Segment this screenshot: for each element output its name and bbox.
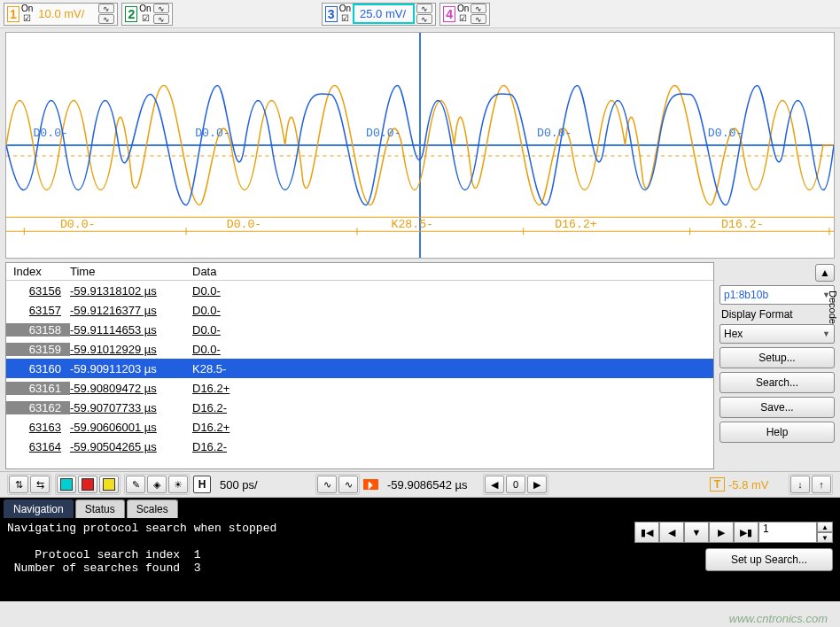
channel-1-box[interactable]: 1 On☑ 10.0 mV/ ∿∿ xyxy=(4,3,118,26)
step-right-icon[interactable]: ▶ xyxy=(527,476,547,493)
nav-down-icon[interactable]: ▼ xyxy=(684,522,709,543)
updown-icon[interactable]: ⇅ xyxy=(9,476,28,493)
help-button[interactable]: Help xyxy=(719,422,835,443)
table-header: Index Time Data xyxy=(6,263,713,281)
table-row[interactable]: 63161-59.90809472 µsD16.2+ xyxy=(6,378,713,398)
dc-icon[interactable]: ∿ xyxy=(416,14,432,24)
setup-button[interactable]: Setup... xyxy=(719,347,835,368)
color-cyan[interactable] xyxy=(57,476,76,493)
color-red[interactable] xyxy=(78,476,97,493)
ac-icon[interactable]: ∿ xyxy=(416,4,432,13)
trig-down-icon[interactable]: ↓ xyxy=(790,476,810,493)
svg-text:D0.0-: D0.0- xyxy=(60,218,96,231)
waveform-display[interactable]: D0.0- D0.0- D0.0- D0.0- D0.0- D0.0- D0.0… xyxy=(5,32,835,259)
console-area: Navigating protocol search when stopped … xyxy=(0,518,840,601)
decode-table: Index Time Data 63156-59.91318102 µsD0.0… xyxy=(5,262,714,469)
trig-up-icon[interactable]: ↑ xyxy=(812,476,831,493)
h-label-box[interactable]: H xyxy=(193,476,211,493)
zero-button[interactable]: 0 xyxy=(506,476,525,493)
color-yellow[interactable] xyxy=(99,476,119,493)
nav-controls: ▮◀ ◀ ▼ ▶ ▶▮ 1 ▲ ▼ xyxy=(634,522,833,543)
channel-1-scale[interactable]: 10.0 mV/ xyxy=(35,7,97,20)
display-format-dropdown[interactable]: Hex▼ xyxy=(719,324,835,344)
header-time[interactable]: Time xyxy=(70,265,192,278)
spin-up-icon[interactable]: ▲ xyxy=(817,522,833,532)
trigger-level[interactable]: -5.8 mV xyxy=(728,478,785,492)
time-marker-icon: ⏵ xyxy=(363,479,378,490)
header-index[interactable]: Index xyxy=(6,265,70,278)
tool-icon-1[interactable]: ✎ xyxy=(126,476,145,493)
tool-icon-2[interactable]: ◈ xyxy=(147,476,167,493)
nav-next-icon[interactable]: ▶ xyxy=(709,522,734,543)
channel-2-on[interactable]: On☑ xyxy=(139,4,151,23)
header-data[interactable]: Data xyxy=(192,265,713,278)
channel-3-scale[interactable]: 25.0 mV/ xyxy=(353,4,415,24)
bottom-tabs: Navigation Status Scales xyxy=(0,498,840,518)
channel-4-box[interactable]: 4 On☑ ∿∿ xyxy=(439,3,490,26)
ac-icon[interactable]: ∿ xyxy=(153,4,169,13)
channel-2-box[interactable]: 2 On☑ ∿∿ xyxy=(121,3,172,26)
channel-4-number: 4 xyxy=(443,6,455,22)
bottom-toolbar: ⇅ ⇆ ✎ ◈ ☀ H 500 ps/ ∿ ∿ ⏵ -59.9086542 µs… xyxy=(0,471,840,498)
table-body[interactable]: 63156-59.91318102 µsD0.0-63157-59.912163… xyxy=(6,281,713,468)
svg-text:D0.0-: D0.0- xyxy=(195,127,230,140)
table-row[interactable]: 63163-59.90606001 µsD16.2+ xyxy=(6,417,713,437)
svg-text:K28.5-: K28.5- xyxy=(392,218,433,231)
channel-1-number: 1 xyxy=(7,6,19,22)
search-button[interactable]: Search... xyxy=(719,372,835,393)
time-position[interactable]: -59.9086542 µs xyxy=(382,478,479,492)
side-controls: ▲ p1:8b10b▼ Display Format Hex▼ Setup...… xyxy=(719,262,835,469)
table-row[interactable]: 63162-59.90707733 µsD16.2- xyxy=(6,398,713,417)
svg-text:D16.2+: D16.2+ xyxy=(555,218,597,231)
save-button[interactable]: Save... xyxy=(719,397,835,418)
channel-3-on[interactable]: On☑ xyxy=(339,4,351,23)
setup-search-button[interactable]: Set up Search... xyxy=(705,548,833,571)
svg-text:D0.0-: D0.0- xyxy=(227,218,262,231)
leftright-icon[interactable]: ⇆ xyxy=(30,476,50,493)
display-format-label: Display Format xyxy=(719,308,835,321)
table-row[interactable]: 63157-59.91216377 µsD0.0- xyxy=(6,300,713,320)
console-text: Navigating protocol search when stopped … xyxy=(7,522,634,598)
dc-icon[interactable]: ∿ xyxy=(153,14,169,24)
nav-index-input[interactable]: 1 xyxy=(758,522,817,543)
spin-down-icon[interactable]: ▼ xyxy=(817,532,833,543)
decode-vertical-label: Decode xyxy=(828,290,838,324)
dc-icon[interactable]: ∿ xyxy=(98,14,114,24)
scroll-up-button[interactable]: ▲ xyxy=(815,264,835,282)
channel-4-on[interactable]: On☑ xyxy=(457,4,469,23)
table-row[interactable]: 63159-59.91012929 µsD0.0- xyxy=(6,339,713,359)
ac-icon[interactable]: ∿ xyxy=(471,4,486,13)
svg-text:D0.0-: D0.0- xyxy=(537,127,572,140)
channel-1-on[interactable]: On☑ xyxy=(21,4,33,23)
trigger-t-label[interactable]: T xyxy=(710,477,725,492)
ac-icon[interactable]: ∿ xyxy=(98,4,114,13)
table-row[interactable]: 63160-59.90911203 µsK28.5- xyxy=(6,359,713,378)
brightness-icon[interactable]: ☀ xyxy=(168,476,188,493)
dc-icon[interactable]: ∿ xyxy=(471,14,486,24)
nav-prev-icon[interactable]: ◀ xyxy=(659,522,684,543)
nav-first-icon[interactable]: ▮◀ xyxy=(634,522,659,543)
svg-text:D16.2-: D16.2- xyxy=(721,218,763,231)
zoom-in-icon[interactable]: ∿ xyxy=(317,476,337,493)
tab-status[interactable]: Status xyxy=(75,499,125,518)
step-left-icon[interactable]: ◀ xyxy=(485,476,504,493)
watermark-text: www.cntronics.com xyxy=(729,612,828,625)
svg-text:D0.0-: D0.0- xyxy=(33,127,68,140)
channel-3-number: 3 xyxy=(325,6,338,22)
timebase-value[interactable]: 500 ps/ xyxy=(214,478,312,492)
nav-last-icon[interactable]: ▶▮ xyxy=(734,522,758,543)
channel-3-box[interactable]: 3 On☑ 25.0 mV/ ∿∿ xyxy=(322,3,436,26)
zoom-out-icon[interactable]: ∿ xyxy=(338,476,358,493)
protocol-dropdown[interactable]: p1:8b10b▼ xyxy=(719,285,835,305)
table-row[interactable]: 63158-59.91114653 µsD0.0- xyxy=(6,320,713,339)
table-row[interactable]: 63156-59.91318102 µsD0.0- xyxy=(6,281,713,300)
channel-bar: 1 On☑ 10.0 mV/ ∿∿ 2 On☑ ∿∿ 3 On☑ 25.0 mV… xyxy=(0,0,840,28)
svg-text:D0.0-: D0.0- xyxy=(366,127,401,140)
svg-text:D0.0-: D0.0- xyxy=(708,127,743,140)
channel-2-number: 2 xyxy=(125,6,137,22)
tab-scales[interactable]: Scales xyxy=(127,499,178,518)
tab-navigation[interactable]: Navigation xyxy=(4,499,74,518)
table-row[interactable]: 63164-59.90504265 µsD16.2- xyxy=(6,437,713,456)
